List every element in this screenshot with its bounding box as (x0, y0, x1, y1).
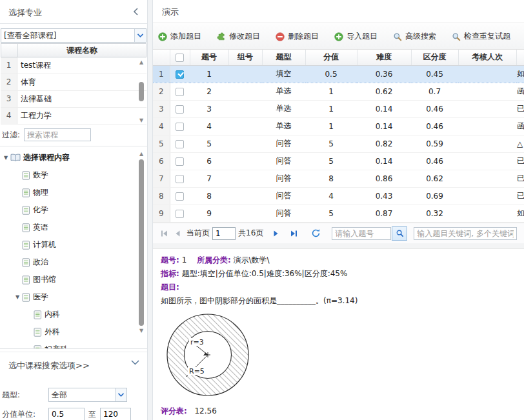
tree-item-政治[interactable]: 政治 (0, 254, 147, 271)
course-list-item[interactable]: 1test课程 (1, 57, 146, 74)
collapse-left-icon[interactable] (132, 6, 141, 17)
tree-item-外科[interactable]: 外科 (0, 323, 147, 341)
question-row[interactable]: 11填空0.50.360.45如 (153, 65, 524, 83)
scrollbar-thumb[interactable] (139, 82, 144, 101)
last-page-icon[interactable] (287, 226, 301, 241)
question-row[interactable]: 88问答40.430.69已 (153, 187, 524, 205)
toolbar-button-导入题目[interactable]: 导入题目 (334, 31, 378, 42)
score-max-input[interactable] (100, 408, 131, 420)
chevron-down-icon[interactable] (131, 360, 139, 365)
row-checkbox[interactable] (176, 210, 184, 218)
search-icon (393, 32, 402, 41)
row-checkbox-cell[interactable] (170, 100, 190, 117)
course-search-input[interactable] (24, 128, 91, 141)
col-question-id[interactable]: 题号 (190, 50, 228, 65)
cell-discrimination: 0.46 (411, 117, 458, 135)
row-number: 8 (153, 187, 170, 205)
row-checkbox[interactable] (176, 70, 184, 79)
question-type-dropdown[interactable]: 全部 (48, 388, 127, 402)
toolbar-button-添加题目[interactable]: 添加题目 (158, 31, 201, 42)
row-checkbox-cell[interactable] (170, 152, 190, 170)
row-number: 1 (153, 65, 170, 83)
row-checkbox[interactable] (176, 88, 184, 96)
tree-expand-icon[interactable]: ▼ (14, 294, 21, 300)
question-row[interactable]: 44单选10.140.46函 (153, 117, 524, 135)
scroll-up-icon[interactable]: ▲ (139, 151, 143, 157)
col-score[interactable]: 分值 (305, 50, 357, 65)
row-checkbox[interactable] (176, 157, 184, 166)
question-row[interactable]: 22单选10.620.7函 (153, 83, 524, 100)
search-button[interactable] (392, 226, 407, 241)
tree-item-英语[interactable]: 英语 (0, 219, 147, 236)
course-list-item[interactable]: 3法律基础 (1, 91, 146, 108)
tab-bar: 演示 (153, 0, 524, 23)
tree-item-图书馆[interactable]: 图书馆 (0, 271, 147, 288)
scrollbar-thumb[interactable] (139, 159, 144, 326)
tree-item-医学[interactable]: ▼医学 (0, 288, 147, 306)
question-row[interactable]: 33单选10.140.46已 (153, 100, 524, 117)
tree-item-妇产科[interactable]: 妇产科 (0, 341, 147, 348)
col-group-id[interactable]: 组号 (228, 50, 262, 65)
tree-expand-icon[interactable]: ▼ (3, 155, 9, 161)
question-id-search-input[interactable] (332, 227, 391, 240)
cell-assess-count (458, 83, 516, 100)
next-page-icon[interactable] (268, 226, 283, 241)
row-checkbox[interactable] (176, 140, 184, 148)
select-all-header[interactable] (170, 50, 190, 65)
tree-root-node[interactable]: ▼ 选择课程内容 (0, 149, 147, 166)
prev-page-icon[interactable] (171, 226, 185, 241)
row-checkbox-cell[interactable] (170, 170, 190, 187)
question-row[interactable]: 55问答50.820.59△ (153, 135, 524, 152)
keyword-search-input[interactable] (414, 227, 517, 240)
course-filter-dropdown[interactable]: [查看全部课程] (1, 28, 146, 43)
course-list-scrollbar[interactable]: ▲ ▼ (137, 59, 146, 124)
toolbar-button-修改题目[interactable]: 修改题目 (217, 31, 260, 42)
first-page-icon[interactable] (157, 226, 171, 241)
tree-item-label: 医学 (33, 292, 48, 303)
refresh-icon[interactable] (308, 226, 323, 241)
page-number-input[interactable] (212, 227, 236, 240)
row-checkbox-cell[interactable] (170, 117, 190, 135)
scroll-up-icon[interactable]: ▲ (139, 59, 143, 66)
search-options-header[interactable]: 选中课程搜索选项>> (0, 356, 147, 374)
row-checkbox[interactable] (176, 105, 184, 114)
tree-scrollbar[interactable]: ▲ ▼ (137, 151, 146, 345)
col-discrimination[interactable]: 区分度 (411, 50, 458, 65)
course-list-item[interactable]: 4工程力学 (1, 108, 146, 125)
row-checkbox-cell[interactable] (170, 135, 190, 152)
chevron-down-icon[interactable] (115, 388, 126, 401)
toolbar-button-删除题目[interactable]: 删除题目 (276, 31, 319, 42)
col-type[interactable]: 题型 (262, 50, 305, 65)
scroll-down-icon[interactable]: ▼ (139, 117, 143, 124)
row-checkbox[interactable] (176, 123, 184, 131)
question-row[interactable]: 99问答50.870.32如 (153, 205, 524, 222)
question-row[interactable]: 66问答50.140.46已 (153, 152, 524, 170)
tree-item-数学[interactable]: 数学 (0, 166, 147, 184)
row-checkbox[interactable] (176, 175, 184, 183)
row-checkbox-cell[interactable] (170, 83, 190, 100)
tree-item-内科[interactable]: 内科 (0, 306, 147, 323)
col-assess-count[interactable]: 考核人次 (458, 50, 516, 65)
row-checkbox-cell[interactable] (170, 187, 190, 205)
panel-splitter[interactable] (147, 0, 153, 420)
select-all-checkbox[interactable] (176, 54, 184, 62)
tab-demo[interactable]: 演示 (162, 6, 179, 18)
row-checkbox[interactable] (176, 192, 184, 201)
toolbar-button-高级搜索[interactable]: 高级搜索 (393, 31, 436, 42)
question-row[interactable]: 77问答80.860.62已 (153, 170, 524, 187)
tree-item-化学[interactable]: 化学 (0, 201, 147, 219)
row-checkbox-cell[interactable] (170, 205, 190, 222)
col-difficulty[interactable]: 难度 (357, 50, 411, 65)
chevron-down-icon[interactable] (134, 29, 146, 42)
course-row-number: 4 (1, 108, 17, 124)
score-min-input[interactable] (48, 408, 85, 420)
row-checkbox-cell[interactable] (170, 65, 190, 83)
tree-item-计算机[interactable]: 计算机 (0, 236, 147, 254)
tree-root-label: 选择课程内容 (23, 152, 70, 163)
score-table-value: 12.56 (194, 406, 216, 415)
toolbar-button-检查重复试题[interactable]: 检查重复试题 (452, 31, 510, 42)
course-list-item[interactable]: 2体育 (1, 74, 146, 91)
scroll-down-icon[interactable]: ▼ (139, 328, 143, 334)
tree-item-物理[interactable]: 物理 (0, 184, 147, 201)
question-text-line: 如图所示，图中阴影部分的面积是__________。(π=3.14) (161, 294, 516, 308)
